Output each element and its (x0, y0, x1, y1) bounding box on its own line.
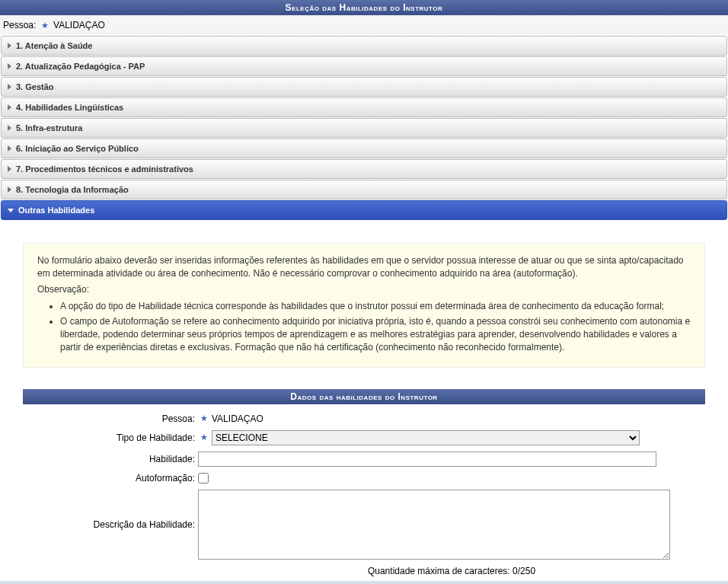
tipo-habilidade-select[interactable]: SELECIONE (212, 430, 640, 445)
form-descricao-label: Descrição da Habilidade: (23, 519, 198, 530)
pessoa-label: Pessoa: (3, 20, 36, 30)
accordion-item-outras[interactable]: Outras Habilidades (1, 200, 727, 220)
pessoa-value: VALIDAÇAO (53, 20, 105, 30)
button-bar: Cadastrar Cancelar (0, 581, 728, 584)
accordion-label: Outras Habilidades (18, 206, 94, 215)
triangle-right-icon (8, 187, 11, 193)
required-star-icon: ★ (200, 432, 208, 442)
form-table: Pessoa: ★ VALIDAÇAO Tipo de Habilidade: … (23, 410, 705, 581)
form-section-header: Dados das habilidades do Instrutor (23, 389, 705, 404)
accordion-label: 3. Gestão (16, 82, 54, 91)
triangle-right-icon (8, 43, 11, 49)
required-star-icon: ★ (200, 413, 208, 423)
accordion-item-8[interactable]: 8. Tecnologia da Informação (1, 180, 727, 199)
habilidade-input[interactable] (198, 452, 656, 467)
accordion-label: 7. Procedimentos técnicos e administrati… (16, 164, 193, 174)
form-habilidade-label: Habilidade: (23, 454, 198, 464)
info-paragraph: No formulário abaixo deverão ser inserid… (37, 254, 691, 280)
page-title-bar: Seleção das Habilidades do Instrutor (0, 0, 728, 15)
triangle-right-icon (8, 104, 11, 110)
accordion-label: 2. Atualização Pedagógica - PAP (16, 62, 145, 71)
info-box: No formulário abaixo deverão ser inserid… (23, 243, 705, 368)
accordion-label: 5. Infra-estrutura (16, 123, 82, 132)
accordion-label: 4. Habilidades Lingüísticas (16, 103, 123, 112)
info-bullet: O campo de Autoformação se refere ao con… (60, 315, 691, 353)
pessoa-header-row: Pessoa: ★ VALIDAÇAO (0, 15, 728, 35)
accordion-item-6[interactable]: 6. Iniciação ao Serviço Público (1, 139, 727, 158)
accordion-item-1[interactable]: 1. Atenção à Saúde (1, 36, 727, 56)
observacao-label: Observação: (37, 283, 691, 296)
accordion-item-3[interactable]: 3. Gestão (1, 77, 727, 97)
accordion-item-5[interactable]: 5. Infra-estrutura (1, 118, 727, 138)
accordion-item-4[interactable]: 4. Habilidades Lingüísticas (1, 97, 727, 117)
triangle-right-icon (8, 145, 11, 152)
required-star-icon: ★ (41, 21, 49, 30)
accordion-label: 6. Iniciação ao Serviço Público (16, 144, 139, 153)
descricao-textarea[interactable] (198, 490, 670, 560)
form-tipo-label: Tipo de Habilidade: (23, 432, 198, 443)
form-pessoa-label: Pessoa: (23, 413, 198, 424)
accordion-label: 8. Tecnologia da Informação (16, 185, 129, 194)
form-section-title: Dados das habilidades do Instrutor (290, 391, 437, 402)
form-autoformacao-label: Autoformação: (23, 473, 198, 483)
triangle-right-icon (8, 84, 11, 90)
page-title: Seleção das Habilidades do Instrutor (286, 2, 443, 13)
triangle-right-icon (8, 166, 11, 172)
triangle-right-icon (8, 125, 11, 131)
triangle-right-icon (8, 63, 11, 69)
accordion-item-2[interactable]: 2. Atualização Pedagógica - PAP (1, 56, 727, 76)
autoformacao-checkbox[interactable] (198, 473, 209, 483)
accordion-item-7[interactable]: 7. Procedimentos técnicos e administrati… (1, 159, 727, 179)
triangle-down-icon (8, 209, 14, 212)
info-bullet: A opção do tipo de Habilidade técnica co… (60, 300, 691, 313)
accordion-label: 1. Atenção à Saúde (16, 41, 92, 50)
char-count: Quantidade máxima de caracteres: 0/250 (198, 563, 705, 581)
content-area: No formulário abaixo deverão ser inserid… (0, 220, 728, 584)
form-pessoa-value: VALIDAÇAO (212, 413, 263, 424)
